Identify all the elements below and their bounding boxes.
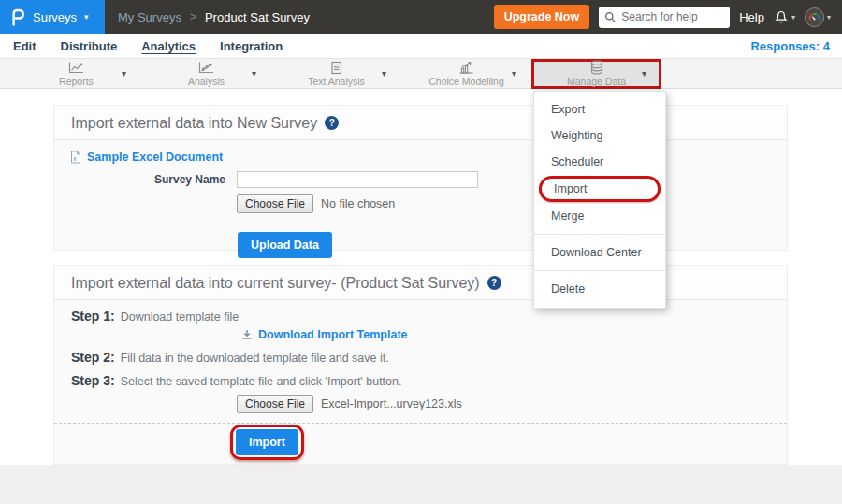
- avatar: [805, 7, 824, 27]
- help-icon[interactable]: ?: [487, 276, 501, 290]
- menu-item-scheduler[interactable]: Scheduler: [534, 149, 665, 175]
- import-button[interactable]: Import: [236, 429, 298, 455]
- chevron-down-icon[interactable]: ▾: [252, 68, 256, 79]
- line-chart-icon: [67, 61, 85, 75]
- step-3-label: Step 3:: [71, 373, 115, 388]
- step-3-text: Select the saved template file and click…: [121, 375, 402, 388]
- survey-name-label: Survey Name: [54, 173, 225, 186]
- chosen-file-name: Excel-Import...urvey123.xls: [321, 397, 462, 410]
- menu-item-weighting[interactable]: Weighting: [534, 122, 665, 149]
- nav-item-integration[interactable]: Integration: [220, 39, 283, 53]
- sample-document-row: x Sample Excel Document: [54, 151, 787, 164]
- step-1-label: Step 1:: [71, 309, 115, 324]
- gauge-icon: [807, 10, 821, 24]
- upgrade-now-button[interactable]: Upgrade Now: [494, 5, 590, 29]
- step-1-row: Step 1: Download template file: [54, 309, 787, 324]
- toolbar-item-label: Reports: [59, 76, 94, 87]
- download-icon: [241, 329, 253, 340]
- survey-section-nav: Edit Distribute Analytics Integration Re…: [0, 34, 842, 59]
- excel-file-icon: x: [70, 151, 81, 164]
- chevron-down-icon: ▾: [84, 12, 89, 22]
- scatter-chart-icon: [197, 61, 215, 75]
- search-input[interactable]: [621, 10, 724, 23]
- import-button-row: Import: [54, 425, 787, 460]
- step-2-label: Step 2:: [71, 350, 115, 365]
- nav-item-edit[interactable]: Edit: [13, 39, 36, 53]
- help-search-box[interactable]: [599, 7, 730, 28]
- product-switcher[interactable]: Surveys ▾: [0, 0, 105, 34]
- chevron-down-icon[interactable]: ▾: [512, 68, 516, 79]
- chevron-down-icon: ▾: [791, 13, 795, 22]
- toolbar-item-analysis[interactable]: Analysis ▾: [141, 59, 271, 89]
- chevron-down-icon[interactable]: ▾: [382, 68, 386, 79]
- section-title: Import external data into New Survey: [71, 106, 317, 140]
- menu-item-merge[interactable]: Merge: [534, 203, 665, 229]
- chevron-down-icon: ▾: [827, 13, 831, 22]
- import-annotation-ring: Import: [230, 425, 304, 460]
- upload-data-button[interactable]: Upload Data: [238, 232, 332, 258]
- chevron-down-icon[interactable]: ▾: [122, 68, 126, 79]
- menu-item-delete[interactable]: Delete: [534, 276, 665, 302]
- toolbar-item-label: Analysis: [188, 76, 225, 87]
- step-1-text: Download template file: [121, 310, 239, 324]
- download-template-row: Download Import Template: [54, 328, 787, 341]
- help-icon[interactable]: ?: [325, 116, 339, 130]
- account-menu[interactable]: ▾: [805, 7, 831, 27]
- bell-icon: [774, 9, 789, 25]
- help-link[interactable]: Help: [739, 10, 764, 24]
- import-current-survey-header: Import external data into current survey…: [54, 266, 787, 300]
- survey-section-nav-items: Edit Distribute Analytics Integration: [0, 39, 750, 53]
- page-footer-area: [0, 465, 842, 504]
- upload-data-row: Upload Data: [54, 232, 787, 258]
- choose-file-button[interactable]: Choose File: [237, 395, 313, 413]
- survey-name-input[interactable]: [237, 171, 478, 188]
- step-2-text: Fill data in the downloaded template fil…: [121, 352, 389, 365]
- nav-item-analytics[interactable]: Analytics: [141, 39, 196, 53]
- sample-excel-document-link[interactable]: Sample Excel Document: [87, 151, 223, 164]
- topbar-right-cluster: Upgrade Now Help ▾: [494, 5, 842, 29]
- import-new-survey-card: Import external data into New Survey ? x…: [53, 105, 788, 251]
- section-title: Import external data into current survey…: [71, 266, 480, 300]
- download-import-template-link[interactable]: Download Import Template: [258, 328, 408, 341]
- choose-file-button[interactable]: Choose File: [237, 194, 313, 213]
- analytics-toolbar-row: Reports ▾ Analysis ▾ Text Analysis ▾: [11, 59, 661, 89]
- new-survey-file-row: Choose File No file chosen: [54, 194, 787, 213]
- current-survey-file-row: Choose File Excel-Import...urvey123.xls: [54, 395, 787, 413]
- menu-divider: [534, 270, 665, 271]
- responses-count[interactable]: Responses: 4: [750, 39, 842, 53]
- document-icon: [327, 61, 345, 75]
- top-bar: Surveys ▾ My Surveys > Product Sat Surve…: [0, 0, 842, 34]
- menu-item-import[interactable]: Import: [539, 176, 661, 202]
- breadcrumb-separator: >: [190, 10, 196, 23]
- menu-item-download-center[interactable]: Download Center: [534, 239, 665, 266]
- bar-growth-icon: [457, 61, 475, 75]
- product-menu-label: Surveys: [33, 10, 77, 24]
- import-current-survey-card: Import external data into current survey…: [53, 265, 788, 465]
- toolbar-item-label: Choice Modelling: [428, 76, 504, 87]
- step-2-row: Step 2: Fill data in the downloaded temp…: [54, 350, 787, 365]
- survey-name-row: Survey Name: [54, 171, 787, 188]
- dashed-divider: [54, 423, 787, 424]
- dashed-divider: [54, 223, 787, 223]
- step-3-row: Step 3: Select the saved template file a…: [54, 373, 787, 388]
- breadcrumb: My Surveys > Product Sat Survey: [118, 10, 494, 24]
- file-chosen-status: No file chosen: [321, 197, 395, 210]
- breadcrumb-current-survey: Product Sat Survey: [205, 10, 310, 24]
- chevron-down-icon[interactable]: ▾: [642, 68, 646, 79]
- breadcrumb-my-surveys[interactable]: My Surveys: [118, 10, 181, 24]
- menu-item-export[interactable]: Export: [534, 96, 665, 122]
- toolbar-item-manage-data[interactable]: Manage Data ▾: [531, 59, 661, 89]
- database-icon: [588, 61, 605, 75]
- toolbar-item-text-analysis[interactable]: Text Analysis ▾: [271, 59, 401, 89]
- toolbar-item-reports[interactable]: Reports ▾: [11, 59, 141, 89]
- toolbar-item-choice-modelling[interactable]: Choice Modelling ▾: [401, 59, 531, 89]
- search-icon: [604, 11, 617, 23]
- menu-divider: [534, 234, 665, 235]
- questionpro-logo-icon: [9, 7, 25, 27]
- manage-data-dropdown: Export Weighting Scheduler Import Merge …: [533, 91, 666, 309]
- analytics-toolbar: Reports ▾ Analysis ▾ Text Analysis ▾: [0, 59, 842, 89]
- notifications-menu[interactable]: ▾: [774, 9, 795, 25]
- nav-item-distribute[interactable]: Distribute: [61, 39, 118, 53]
- import-new-survey-header: Import external data into New Survey ?: [54, 106, 787, 140]
- toolbar-item-label: Text Analysis: [308, 76, 365, 87]
